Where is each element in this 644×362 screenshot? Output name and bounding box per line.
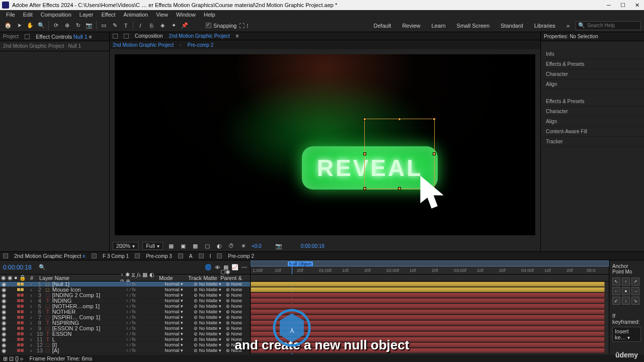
time-ruler[interactable]: Null Object 1:00f 10f 20f 01:00f 10f 20f… xyxy=(251,260,609,275)
preview-timecode[interactable]: 0:00:00:18 xyxy=(301,243,325,249)
current-timecode[interactable]: 0:00:00:18 xyxy=(3,264,32,271)
timeline-flag-icon[interactable] xyxy=(3,253,8,258)
timeline-flag-icon[interactable] xyxy=(135,253,140,258)
keyframe-dropdown[interactable]: Insert ke… ▾ xyxy=(612,327,641,342)
timeline-tab-a[interactable]: A xyxy=(186,253,196,259)
breadcrumb-child[interactable]: Pre-comp 2 xyxy=(188,42,214,48)
handle-tl[interactable] xyxy=(363,118,366,121)
tab-effect-controls[interactable]: Effect Controls Null 1 ≡ xyxy=(36,34,92,40)
switches-icon[interactable]: 🌀 xyxy=(205,264,212,270)
menu-animation[interactable]: Animation xyxy=(120,11,151,19)
clock-icon[interactable]: ⏱ xyxy=(227,242,235,250)
layer-bar[interactable] xyxy=(251,320,605,325)
composition-viewport[interactable]: REVEAL MS xyxy=(115,54,535,235)
toggle-switches-icon[interactable]: ⊞ ⊡ {} ▹ xyxy=(3,355,24,362)
handle-ml[interactable] xyxy=(363,152,366,155)
eraser-tool[interactable]: ◈ xyxy=(157,21,168,31)
grid-icon[interactable]: ▦ xyxy=(167,242,175,250)
comp-lock-icon[interactable] xyxy=(124,34,129,39)
layer-bar[interactable] xyxy=(251,342,605,347)
menu-help[interactable]: Help xyxy=(201,11,218,19)
close-button[interactable]: ✕ xyxy=(632,2,642,9)
panel-character[interactable]: Character xyxy=(541,69,644,79)
snapping-toggle[interactable]: Snapping ⛶ ⋮ xyxy=(206,23,249,29)
layer-bar[interactable] xyxy=(251,337,605,342)
breadcrumb-root[interactable]: 2nd Motion Graphic Project xyxy=(113,42,174,48)
panel-content-aware[interactable]: Content-Aware Fill xyxy=(541,127,644,137)
menu-view[interactable]: View xyxy=(153,11,171,19)
timeline-tab-f3[interactable]: F 3 Comp 1 xyxy=(100,253,132,259)
handle-bm[interactable] xyxy=(398,187,401,190)
panel-info[interactable]: Info xyxy=(541,49,644,59)
tracks-area[interactable] xyxy=(251,282,609,354)
layer-bar[interactable] xyxy=(251,282,605,287)
minimize-button[interactable]: ─ xyxy=(604,2,614,9)
roto-tool[interactable]: ✦ xyxy=(169,21,179,31)
orbit-tool[interactable]: ⟳ xyxy=(51,21,61,31)
comp-flag-icon[interactable] xyxy=(113,34,118,39)
anchor-grid[interactable]: ↖↑↗ ←●→ ↙↓↘ xyxy=(612,278,641,305)
channel-icon[interactable]: ◐ xyxy=(215,242,223,250)
workspace-more-icon[interactable]: » xyxy=(561,22,575,30)
zoom-dropdown[interactable]: 200% ▾ xyxy=(113,242,138,250)
panel-effects-presets-2[interactable]: Effects & Presets xyxy=(541,97,644,107)
panel-align[interactable]: Align xyxy=(541,79,644,89)
pen-tool[interactable]: ✎ xyxy=(110,21,120,31)
menu-composition[interactable]: Composition xyxy=(38,11,74,19)
rectangle-tool[interactable]: ▭ xyxy=(99,21,109,31)
workspace-standard[interactable]: Standard xyxy=(496,22,528,30)
menu-edit[interactable]: Edit xyxy=(20,11,36,19)
search-help[interactable]: 🔍 xyxy=(576,21,641,30)
resolution-dropdown[interactable]: Full ▾ xyxy=(142,242,163,250)
timeline-tab-pre2[interactable]: Pre-comp 2 xyxy=(225,253,257,259)
tab-project[interactable]: Project xyxy=(3,34,19,39)
zoom-tool[interactable]: 🔍 xyxy=(36,21,46,31)
layer-bar[interactable] xyxy=(251,309,605,314)
puppet-tool[interactable]: 📌 xyxy=(180,21,190,31)
search-input[interactable] xyxy=(587,23,638,28)
panel-align-2[interactable]: Align xyxy=(541,117,644,127)
maximize-button[interactable]: ☐ xyxy=(618,2,628,9)
timeline-tab-i[interactable]: I xyxy=(207,253,214,259)
selection-tool[interactable]: ➤ xyxy=(14,21,24,31)
layer-bar[interactable] xyxy=(251,348,605,353)
layer-bar[interactable] xyxy=(251,326,605,331)
transparency-icon[interactable]: ▩ xyxy=(191,242,199,250)
handle-tr[interactable] xyxy=(433,118,436,121)
search-layers-icon[interactable]: 🔍 xyxy=(39,264,46,270)
handle-tm[interactable] xyxy=(398,118,401,121)
layer-bar[interactable] xyxy=(251,287,605,292)
timeline-flag-icon[interactable] xyxy=(92,253,97,258)
workspace-learn[interactable]: Learn xyxy=(426,22,450,30)
mask-icon[interactable]: ▣ xyxy=(179,242,187,250)
camera-icon[interactable]: 📷 xyxy=(275,242,283,250)
layer-bar[interactable] xyxy=(251,304,605,309)
timeline-tab-main[interactable]: 2nd Motion Graphic Project ≡ xyxy=(11,253,89,259)
workspace-small[interactable]: Small Screen xyxy=(452,22,495,30)
exposure-value[interactable]: +0.0 xyxy=(252,243,262,249)
handle-mr[interactable] xyxy=(433,152,436,155)
home-tool[interactable]: 🏠 xyxy=(3,21,13,31)
snapping-checkbox[interactable] xyxy=(206,23,211,28)
menu-window[interactable]: Window xyxy=(173,11,199,19)
region-icon[interactable]: ▢ xyxy=(203,242,211,250)
layer-row[interactable]: ◉›13□[A]♀ ∕ fxNormal ▾⊘ No Matte ▾⊚ None xyxy=(0,348,250,353)
clone-tool[interactable]: ⎘ xyxy=(146,21,156,31)
camera-tool[interactable]: 📷 xyxy=(84,21,94,31)
panel-character-2[interactable]: Character xyxy=(541,107,644,117)
layer-bar[interactable] xyxy=(251,298,605,303)
timeline-flag-icon[interactable] xyxy=(217,253,222,258)
type-tool[interactable]: T xyxy=(121,21,131,31)
timeline-flag-icon[interactable] xyxy=(199,253,204,258)
menu-effect[interactable]: Effect xyxy=(98,11,118,19)
layer-bar[interactable] xyxy=(251,315,605,320)
comp-name[interactable]: 2nd Motion Graphic Project xyxy=(169,33,230,39)
rotate-tool[interactable]: ↻ xyxy=(73,21,83,31)
workspace-default[interactable]: Default xyxy=(369,22,396,30)
workspace-review[interactable]: Review xyxy=(397,22,425,30)
hand-tool[interactable]: ✋ xyxy=(25,21,35,31)
handle-bl[interactable] xyxy=(363,187,366,190)
panel-effects-presets[interactable]: Effects & Presets xyxy=(541,59,644,69)
menu-file[interactable]: File xyxy=(3,11,18,19)
workspace-libraries[interactable]: Libraries xyxy=(529,22,560,30)
